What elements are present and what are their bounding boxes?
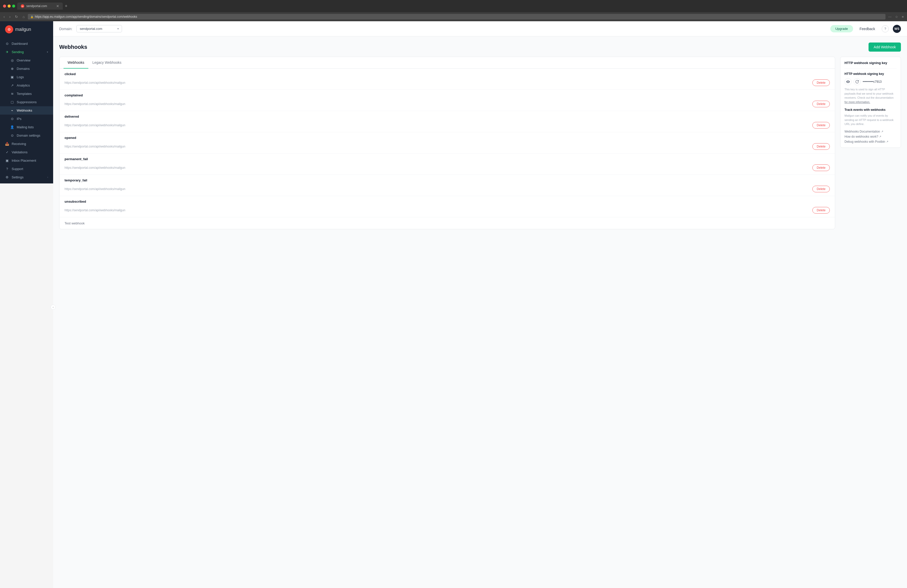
validations-icon: ✓ [5,150,9,154]
dashboard-icon: ⊙ [5,42,9,46]
tabs-header: Webhooks Legacy Webhooks [59,57,835,69]
app-container: ⊙ mailgun ⊙ Dashboard ✈ Sending ▾ ◎ Over… [0,21,907,588]
sidebar-item-overview[interactable]: ◎ Overview [0,56,53,64]
url-text: https://app.eu.mailgun.com/app/sending/d… [35,15,883,18]
minimize-window-btn[interactable] [8,5,11,8]
home-btn[interactable]: ⌂ [21,14,26,20]
upgrade-button[interactable]: Upgrade [830,25,853,32]
webhook-name: temporary_fail [59,175,835,184]
test-webhook-link[interactable]: Test webhook [64,221,85,225]
sidebar-item-label: Dashboard [12,42,48,46]
sidebar-item-label: Inbox Placement [12,159,48,162]
delete-opened-btn[interactable]: Delete [812,143,830,150]
debug-webhooks-link[interactable]: Debug webhooks with Postbin ↗ [845,140,897,143]
delete-temporary-fail-btn[interactable]: Delete [812,186,830,192]
sidebar-item-label: Mailing lists [17,125,48,129]
mailing-lists-icon: 👤 [10,125,14,129]
tab-close-btn[interactable]: ✕ [56,4,59,8]
delete-clicked-btn[interactable]: Delete [812,79,830,86]
close-window-btn[interactable] [3,5,6,8]
domain-selector[interactable]: sendportal.com ▾ [77,25,122,32]
chevron-right-icon: › [47,176,48,179]
sidebar-item-label: Templates [17,92,48,96]
sidebar-item-templates[interactable]: ≋ Templates [0,90,53,98]
settings-icon: ⚙ [5,175,9,179]
new-tab-btn[interactable]: + [65,3,67,9]
sidebar-item-label: Webhooks [17,109,48,112]
feedback-button[interactable]: Feedback [857,25,878,32]
track-events-desc: Mailgun can notify you of events by send… [845,114,897,126]
show-key-btn[interactable] [845,78,852,85]
sidebar-item-label: IPs [17,117,48,121]
domains-icon: ⊕ [10,67,14,70]
docs-link-label: Webhooks Documentation [845,130,880,133]
webhook-url-row: https://sendportal.com/api/webhooks/mail… [59,184,835,196]
avatar[interactable]: WS [893,25,901,33]
sidebar-item-validations[interactable]: ✓ Validations [0,148,53,156]
receiving-icon: 📥 [5,142,9,146]
sidebar-item-label: Validations [12,150,48,154]
add-webhook-button[interactable]: Add Webhook [869,43,901,51]
templates-icon: ≋ [10,92,14,96]
webhook-url: https://sendportal.com/api/webhooks/mail… [64,187,125,191]
refresh-btn[interactable]: ↻ [13,14,19,20]
key-description: This key is used to sign all HTTP payloa… [845,87,897,104]
lock-icon: 🔒 [30,16,34,18]
bookmark-btn[interactable]: ☆ [894,14,899,19]
address-bar[interactable]: 🔒 https://app.eu.mailgun.com/app/sending… [28,14,886,19]
browser-nav-actions: ⋯ ☆ ≡ [887,14,905,19]
sidebar-item-mailing-lists[interactable]: 👤 Mailing lists [0,123,53,131]
sidebar-item-analytics[interactable]: ↗ Analytics [0,81,53,90]
forward-btn[interactable]: › [8,14,12,20]
sidebar-item-logs[interactable]: ▣ Logs [0,73,53,81]
webhooks-panel: Webhooks Legacy Webhooks clicked https:/… [59,57,835,229]
page-title: Webhooks [59,44,87,50]
sidebar-item-inbox-placement[interactable]: ▣ Inbox Placement [0,156,53,165]
delete-permanent-fail-btn[interactable]: Delete [812,165,830,171]
webhooks-documentation-link[interactable]: Webhooks Documentation ↗ [845,130,897,133]
extensions-btn[interactable]: ⋯ [887,14,893,19]
sidebar-item-settings[interactable]: ⚙ Settings › [0,173,53,181]
sidebar-item-sending[interactable]: ✈ Sending ▾ [0,48,53,56]
sending-icon: ✈ [5,50,9,54]
sidebar-item-receiving[interactable]: 📥 Receiving [0,139,53,148]
regenerate-key-btn[interactable] [854,78,861,85]
domain-dropdown-arrow: ▾ [117,27,119,30]
tab-webhooks[interactable]: Webhooks [64,57,88,69]
sidebar-item-ips[interactable]: ⊙ IPs [0,115,53,123]
browser-tab[interactable]: m sendportal.com ✕ [17,3,63,10]
browser-nav-bar: ‹ › ↻ ⌂ 🔒 https://app.eu.mailgun.com/app… [0,12,907,21]
sidebar-item-label: Logs [17,75,48,79]
logo-icon: ⊙ [5,25,13,34]
help-button[interactable]: ? [882,25,889,32]
signing-key-header: HTTP webhook signing key [845,72,897,76]
domain-label: Domain: [59,27,72,31]
sidebar-item-webhooks[interactable]: ⌁ Webhooks [0,106,53,115]
sidebar-item-domain-settings[interactable]: ⊙ Domain settings [0,131,53,139]
how-webhooks-work-link[interactable]: How do webhooks work? ↗ [845,135,897,138]
webhook-name: complained [59,90,835,99]
ips-icon: ⊙ [10,117,14,121]
sidebar-item-label: Analytics [17,83,48,87]
sidebar-item-suppressions[interactable]: ▢ Suppressions [0,98,53,106]
docs-link-key[interactable]: for more information. [845,101,870,104]
sidebar-item-dashboard[interactable]: ⊙ Dashboard [0,40,53,48]
back-btn[interactable]: ‹ [2,14,6,20]
sidebar-item-domains[interactable]: ⊕ Domains [0,64,53,73]
app-header: Domain: sendportal.com ▾ Upgrade Feedbac… [53,21,907,37]
delete-delivered-btn[interactable]: Delete [812,122,830,128]
track-events-title: Track events with webhooks [845,108,897,112]
sidebar-collapse-btn[interactable]: ‹ [51,304,56,310]
tab-legacy-webhooks[interactable]: Legacy Webhooks [88,57,125,69]
webhook-name: clicked [59,69,835,77]
menu-btn[interactable]: ≡ [901,14,905,19]
sidebar-item-support[interactable]: ? Support [0,165,53,173]
delete-complained-btn[interactable]: Delete [812,101,830,107]
webhook-url-row: https://sendportal.com/api/webhooks/mail… [59,99,835,111]
maximize-window-btn[interactable] [12,5,15,8]
docs-link-label: How do webhooks work? [845,135,878,138]
webhook-section-unsubscribed: unsubscribed https://sendportal.com/api/… [59,196,835,217]
sidebar-nav: ⊙ Dashboard ✈ Sending ▾ ◎ Overview ⊕ Dom… [0,37,53,183]
delete-unsubscribed-btn[interactable]: Delete [812,207,830,213]
webhook-name: delivered [59,111,835,120]
